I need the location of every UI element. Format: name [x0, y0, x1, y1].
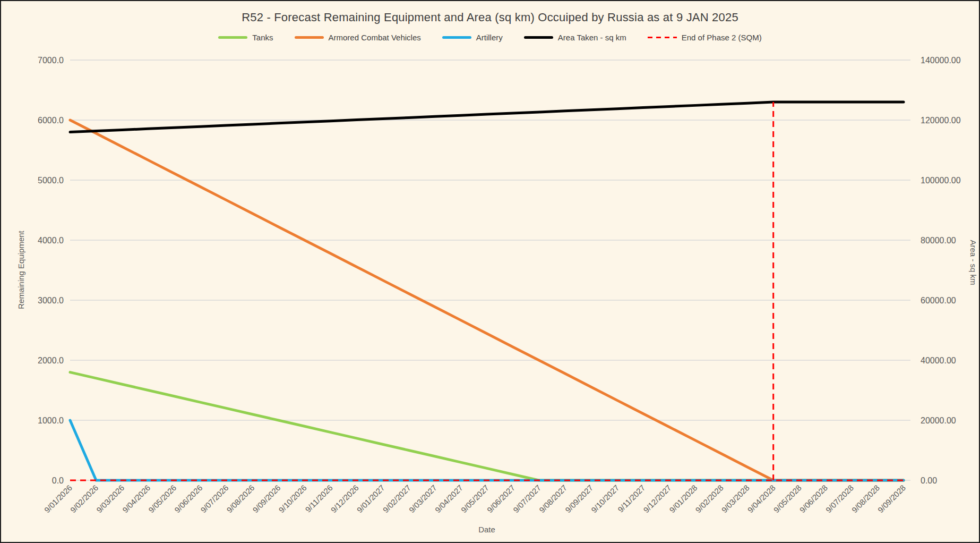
- x-tick-label: 9/12/2027: [641, 483, 673, 514]
- y-left-axis-title: Remaining Equipment: [16, 231, 25, 309]
- x-tick-label: 9/05/2027: [459, 483, 491, 514]
- y-right-tick-label: 80000.00: [921, 236, 956, 245]
- y-left-tick-label: 0.0: [52, 476, 64, 485]
- y-right-tick-label: 120000.00: [921, 116, 961, 125]
- y-right-tick-label: 0.00: [921, 476, 937, 485]
- x-tick-label: 9/12/2026: [329, 483, 360, 514]
- x-tick-label: 9/06/2026: [173, 483, 204, 514]
- x-tick-label: 9/01/2028: [667, 483, 699, 514]
- y-left-tick-label: 7000.0: [38, 56, 64, 65]
- series-line-tanks: [70, 372, 904, 480]
- y-left-tick-label: 4000.0: [38, 236, 64, 245]
- x-tick-label: 9/08/2026: [225, 483, 256, 514]
- y-right-tick-label: 20000.00: [921, 416, 956, 425]
- y-left-tick-label: 3000.0: [38, 296, 64, 305]
- series-line-area-taken-sq-km: [70, 102, 904, 132]
- y-right-tick-label: 100000.00: [921, 176, 961, 185]
- x-tick-label: 9/07/2027: [511, 483, 543, 514]
- y-left-tick-label: 2000.0: [38, 356, 64, 365]
- x-tick-label: 9/10/2027: [589, 483, 621, 514]
- x-tick-label: 9/09/2028: [876, 483, 907, 514]
- x-tick-label: 9/05/2028: [772, 483, 803, 514]
- x-tick-label: 9/03/2028: [720, 483, 751, 514]
- y-left-tick-label: 5000.0: [38, 176, 64, 185]
- x-tick-label: 9/03/2027: [407, 483, 439, 514]
- x-tick-label: 9/01/2027: [355, 483, 386, 514]
- x-tick-label: 9/08/2028: [850, 483, 881, 514]
- x-tick-label: 9/04/2028: [746, 483, 777, 514]
- x-tick-label: 9/04/2026: [121, 483, 152, 514]
- x-axis-title: Date: [70, 525, 904, 534]
- x-tick-label: 9/06/2028: [798, 483, 829, 514]
- y-right-tick-label: 60000.00: [921, 296, 956, 305]
- x-tick-label: 9/02/2026: [68, 483, 100, 514]
- y-right-tick-label: 40000.00: [921, 356, 956, 365]
- series-line-artillery: [70, 420, 904, 480]
- x-tick-label: 9/04/2027: [433, 483, 465, 514]
- x-tick-label: 9/05/2026: [147, 483, 178, 514]
- x-tick-label: 9/10/2026: [277, 483, 308, 514]
- y-right-tick-label: 140000.00: [921, 56, 961, 65]
- x-tick-label: 9/06/2027: [485, 483, 517, 514]
- plot-area: 0.01000.02000.03000.04000.05000.06000.07…: [1, 1, 980, 543]
- x-tick-label: 9/07/2026: [199, 483, 230, 514]
- x-tick-label: 9/02/2027: [381, 483, 412, 514]
- x-tick-label: 9/03/2026: [94, 483, 126, 514]
- x-tick-label: 9/09/2026: [251, 483, 282, 514]
- y-right-axis-title: Area - sq km: [969, 240, 978, 285]
- y-left-tick-label: 6000.0: [38, 116, 64, 125]
- y-left-tick-label: 1000.0: [38, 416, 64, 425]
- x-tick-label: 9/01/2026: [42, 483, 74, 514]
- x-tick-label: 9/07/2028: [824, 483, 855, 514]
- x-tick-label: 9/08/2027: [537, 483, 569, 514]
- x-tick-label: 9/02/2028: [693, 483, 725, 514]
- x-tick-label: 9/09/2027: [563, 483, 595, 514]
- chart-container: R52 - Forecast Remaining Equipment and A…: [0, 0, 980, 543]
